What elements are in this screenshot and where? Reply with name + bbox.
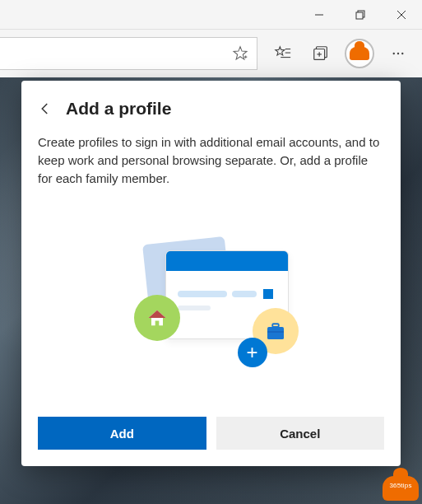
minimize-icon — [314, 10, 324, 20]
maximize-button[interactable] — [340, 0, 381, 29]
svg-rect-19 — [267, 327, 284, 339]
more-menu-button[interactable] — [379, 35, 417, 72]
back-button[interactable] — [38, 101, 53, 116]
dialog-header: Add a profile — [38, 99, 384, 119]
close-icon — [396, 10, 406, 20]
chevron-left-icon — [38, 101, 53, 116]
dialog-buttons: Add Cancel — [38, 417, 384, 450]
svg-point-16 — [401, 53, 403, 54]
collections-button[interactable] — [302, 35, 340, 72]
favorites-button[interactable] — [264, 35, 302, 72]
add-favorite-star-icon[interactable] — [232, 45, 248, 62]
watermark-text: 365tips — [383, 482, 419, 489]
svg-point-15 — [397, 53, 399, 54]
ellipsis-icon — [391, 46, 406, 61]
minimize-button[interactable] — [299, 0, 340, 29]
svg-marker-18 — [148, 310, 165, 317]
cloud-badge-icon — [350, 47, 369, 60]
profile-avatar-button[interactable] — [345, 39, 374, 68]
collections-icon — [312, 44, 330, 63]
favorites-star-lines-icon — [274, 44, 292, 63]
illustration: + — [38, 203, 384, 402]
svg-rect-20 — [272, 324, 279, 327]
svg-rect-2 — [356, 12, 363, 19]
watermark-badge: 365tips — [383, 476, 419, 501]
dialog-description: Create profiles to sign in with addition… — [38, 133, 384, 187]
home-icon — [134, 295, 180, 341]
window-titlebar — [0, 0, 422, 30]
add-profile-dialog: Add a profile Create profiles to sign in… — [21, 81, 401, 466]
plus-icon: + — [238, 338, 267, 367]
dialog-title: Add a profile — [66, 99, 171, 119]
svg-point-14 — [393, 53, 395, 54]
svg-rect-21 — [267, 331, 284, 333]
address-bar[interactable] — [0, 37, 257, 70]
maximize-icon — [355, 10, 365, 20]
close-button[interactable] — [381, 0, 422, 29]
cancel-button[interactable]: Cancel — [216, 417, 385, 450]
add-button[interactable]: Add — [38, 417, 206, 450]
browser-toolbar — [0, 30, 422, 77]
